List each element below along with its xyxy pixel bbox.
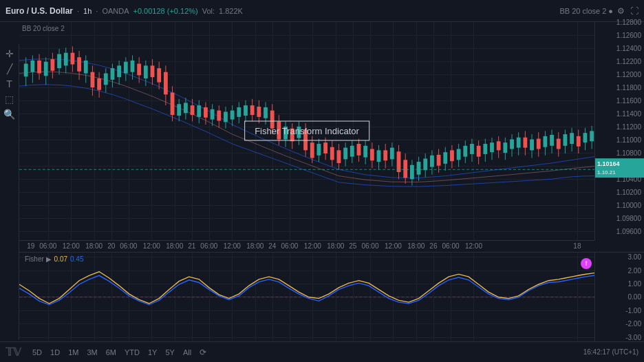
svg-rect-5: [37, 61, 41, 74]
indicator-chart: Fisher ▶ 0.07 0.45 f: [19, 253, 594, 342]
pair-label: Euro / U.S. Dollar: [6, 6, 73, 16]
price-1.12000: 1.12000: [616, 71, 641, 78]
svg-rect-107: [377, 150, 381, 162]
ind-minus2: -2.00: [625, 320, 641, 328]
top-icons: ⚙ ⛶: [617, 6, 638, 16]
fullscreen-icon[interactable]: ⛶: [630, 6, 638, 16]
svg-rect-27: [111, 68, 115, 80]
price-1.10200: 1.10200: [616, 189, 641, 196]
svg-rect-31: [124, 62, 128, 74]
fisher-icon[interactable]: f: [581, 258, 592, 269]
svg-rect-55: [204, 107, 208, 118]
svg-rect-149: [517, 138, 521, 148]
cursor-icon[interactable]: ✛: [6, 48, 14, 59]
svg-rect-91: [323, 142, 328, 153]
svg-rect-169: [583, 133, 588, 142]
btn-1d[interactable]: 1D: [47, 347, 63, 358]
time-06-3: 06:00: [200, 242, 217, 250]
time-18-5: 18:00: [407, 242, 425, 250]
svg-rect-103: [363, 146, 367, 158]
svg-rect-83: [297, 127, 301, 138]
ind-1.00: 1.00: [628, 279, 641, 287]
svg-rect-15: [71, 53, 75, 65]
fisher-label-area: Fisher ▶ 0.07 0.45: [25, 255, 84, 263]
btn-5y[interactable]: 5Y: [162, 347, 177, 358]
time-12-4: 12:00: [304, 242, 321, 250]
price-1.12800: 1.12800: [616, 19, 641, 26]
svg-rect-75: [270, 111, 275, 129]
current-price-badge: 1.10164 1.10.21: [595, 158, 644, 178]
svg-rect-89: [317, 144, 321, 156]
svg-rect-155: [537, 139, 541, 149]
svg-rect-1: [24, 64, 28, 77]
time-06-5: 06:00: [361, 242, 378, 250]
left-toolbar: ✛ ╱ T ⬚ 🔍: [0, 44, 19, 340]
svg-rect-141: [490, 142, 494, 152]
svg-rect-113: [397, 151, 401, 172]
time-26: 26: [429, 242, 437, 250]
svg-rect-157: [543, 136, 547, 147]
price-1.11600: 1.11600: [616, 97, 641, 105]
time-25: 25: [349, 242, 356, 250]
ind-2.00: 2.00: [628, 266, 641, 274]
svg-rect-99: [350, 146, 354, 157]
zoom-icon[interactable]: 🔍: [3, 109, 15, 120]
time-06-6: 06:00: [442, 242, 459, 250]
btn-1y[interactable]: 1Y: [145, 347, 160, 358]
settings-icon[interactable]: ⚙: [617, 6, 625, 16]
svg-rect-97: [343, 148, 347, 160]
svg-rect-125: [437, 155, 441, 166]
svg-rect-29: [117, 65, 121, 77]
svg-rect-143: [497, 141, 501, 150]
time-12-1: 12:00: [63, 242, 80, 250]
svg-rect-57: [211, 109, 215, 120]
btn-all[interactable]: All: [180, 347, 194, 358]
ind-minus1: -1.00: [625, 306, 641, 314]
price-1.12600: 1.12600: [616, 32, 641, 39]
measure-tool-icon[interactable]: ⬚: [5, 94, 14, 105]
svg-rect-9: [50, 59, 54, 71]
svg-rect-45: [171, 92, 175, 115]
time-18-4: 18:00: [327, 242, 344, 250]
btn-5d[interactable]: 5D: [30, 347, 45, 358]
time-12-3: 12:00: [224, 242, 241, 250]
svg-rect-131: [457, 149, 461, 160]
time-12-5: 12:00: [385, 242, 402, 250]
tradingview-logo: 𝕋𝕍: [6, 345, 21, 359]
svg-rect-61: [224, 111, 228, 122]
svg-rect-139: [483, 144, 487, 154]
svg-rect-133: [463, 146, 467, 157]
btn-ytd[interactable]: YTD: [122, 347, 142, 358]
svg-rect-171: [590, 131, 594, 141]
btn-3m[interactable]: 3M: [84, 347, 100, 358]
time-21: 21: [188, 242, 195, 250]
replay-button[interactable]: ⟳: [200, 348, 206, 357]
svg-rect-119: [417, 162, 421, 175]
svg-rect-167: [577, 136, 581, 147]
svg-rect-33: [131, 61, 135, 72]
btn-1m[interactable]: 1M: [65, 347, 81, 358]
svg-rect-87: [310, 142, 314, 158]
broker-label: OANDA: [102, 7, 129, 15]
svg-rect-49: [184, 103, 188, 113]
svg-rect-85: [303, 130, 308, 151]
time-20: 20: [107, 242, 115, 250]
time-12-2: 12:00: [143, 242, 160, 250]
svg-rect-165: [570, 133, 574, 144]
svg-rect-41: [157, 68, 161, 82]
price-1.09800: 1.09800: [616, 215, 641, 222]
btn-6m[interactable]: 6M: [103, 347, 119, 358]
price-1.10000: 1.10000: [616, 202, 641, 209]
time-18-end: 18: [573, 242, 581, 250]
svg-rect-147: [510, 140, 514, 149]
svg-rect-65: [237, 107, 241, 117]
time-axis-main: 19 06:00 12:00 18:00 20 06:00 12:00 18:0…: [19, 240, 594, 252]
line-tool-icon[interactable]: ╱: [7, 63, 12, 74]
svg-rect-127: [443, 152, 447, 164]
svg-rect-63: [230, 111, 235, 120]
bb-label: BB 20 close 2 ●: [559, 7, 613, 15]
svg-rect-25: [104, 74, 108, 85]
text-tool-icon[interactable]: T: [6, 78, 12, 89]
svg-rect-109: [383, 150, 387, 160]
time-24: 24: [268, 242, 276, 250]
